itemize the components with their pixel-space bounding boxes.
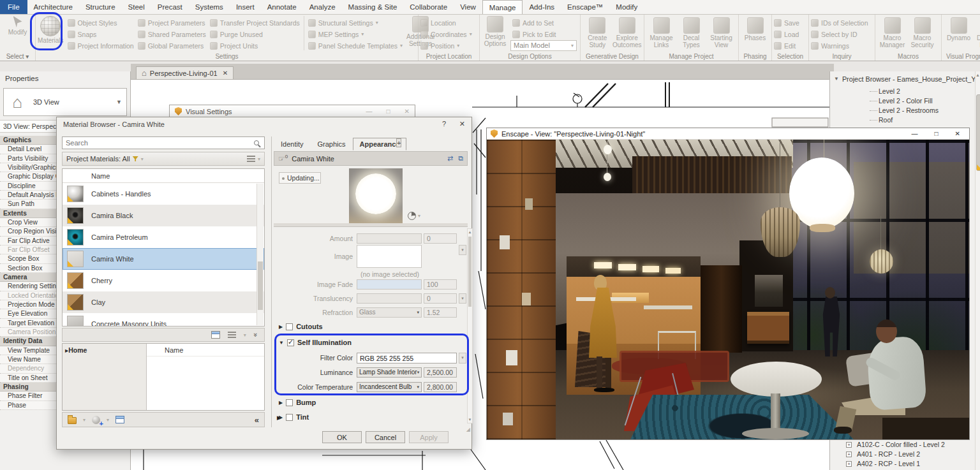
design-options-button[interactable]: Design Options: [482, 16, 509, 47]
chevron-down-icon[interactable]: ▾: [258, 156, 260, 162]
editor-scrollbar[interactable]: ▲ ▼: [467, 228, 473, 423]
ribbon-tab[interactable]: Manage: [482, 0, 523, 14]
ribbon-small-button[interactable]: Pick to Edit: [512, 29, 556, 39]
amount-value[interactable]: 0: [424, 233, 457, 244]
expand-arrow-icon[interactable]: ▶: [279, 324, 283, 330]
image-fade-slider[interactable]: [357, 279, 422, 290]
tree-item[interactable]: Roof: [830, 115, 980, 125]
active-design-option-dropdown[interactable]: Main Model▾: [510, 40, 577, 51]
tree-item[interactable]: Level 2: [830, 87, 980, 96]
refraction-select[interactable]: Glass▾: [357, 307, 422, 318]
tree-expander-icon[interactable]: +: [846, 461, 852, 467]
ribbon-tab[interactable]: Add-Ins: [523, 0, 561, 14]
image-fade-value[interactable]: 100: [424, 279, 457, 290]
toggle-library-panel-icon[interactable]: [115, 416, 124, 423]
close-icon[interactable]: ✕: [405, 108, 410, 115]
material-row[interactable]: Cherry: [63, 270, 264, 291]
expand-arrow-icon[interactable]: ▶: [279, 400, 283, 406]
tree-expander-icon[interactable]: +: [846, 452, 852, 457]
ribbon-tab[interactable]: Modify: [609, 0, 644, 14]
ribbon-tab[interactable]: Systems: [189, 0, 230, 14]
bump-checkbox[interactable]: [286, 399, 293, 406]
material-list-header[interactable]: Name: [63, 169, 264, 183]
scrollbar-thumb[interactable]: [976, 94, 980, 171]
ribbon-small-button[interactable]: Project Information: [68, 41, 134, 50]
minimize-icon[interactable]: —: [912, 130, 918, 137]
image-options-dropdown[interactable]: ▾: [459, 245, 466, 255]
ribbon-big-button[interactable]: Macro Manager: [877, 17, 907, 48]
material-row[interactable]: Cabinets - Handles: [63, 183, 264, 205]
ribbon-small-button[interactable]: Warnings: [811, 41, 873, 50]
ribbon-small-button[interactable]: Transfer Project Standards: [210, 18, 300, 27]
tint-checkbox[interactable]: [286, 414, 293, 421]
ribbon-big-button[interactable]: Create Study: [583, 17, 612, 48]
translucency-dropdown[interactable]: ▾: [459, 293, 466, 304]
enscape-title-bar[interactable]: Enscape - View: "Perspective-Living-01-N…: [487, 128, 969, 140]
chevron-down-icon[interactable]: ▾: [83, 417, 85, 423]
ribbon-small-button[interactable]: Global Parameters: [138, 41, 206, 50]
translucency-slider[interactable]: [357, 293, 422, 304]
minimize-icon[interactable]: —: [366, 108, 373, 115]
ribbon-big-button[interactable]: Phases: [741, 17, 769, 42]
tree-item[interactable]: Level 2 - Color Fill: [830, 96, 980, 106]
ribbon-small-button[interactable]: Purge Unused: [210, 29, 300, 39]
ribbon-big-button[interactable]: Decal Types: [676, 17, 706, 48]
ribbon-tab[interactable]: File: [0, 0, 27, 14]
list-view-icon[interactable]: [228, 332, 236, 338]
ribbon-tab[interactable]: Collaborate: [403, 0, 454, 14]
scrollbar-thumb[interactable]: [258, 261, 263, 309]
editor-tab[interactable]: Identity: [274, 138, 310, 151]
ribbon-tab[interactable]: Structure: [79, 0, 122, 14]
amount-slider[interactable]: [357, 233, 422, 244]
cancel-button[interactable]: Cancel: [366, 431, 405, 443]
ribbon-big-button[interactable]: Starting View: [706, 17, 736, 48]
ribbon-small-button[interactable]: Object Styles: [68, 18, 134, 27]
ribbon-small-button[interactable]: Select by ID: [811, 29, 873, 39]
ribbon-big-button[interactable]: Dynamo Player: [974, 17, 980, 48]
expand-arrow-icon[interactable]: ▶: [279, 415, 283, 420]
ribbon-tab[interactable]: Steel: [122, 0, 151, 14]
scroll-up-icon[interactable]: ▲: [976, 71, 980, 79]
ribbon-small-button[interactable]: MEP Settings▾: [308, 29, 403, 39]
material-row[interactable]: Camira Petroleum: [63, 226, 264, 248]
bump-section[interactable]: ▶ Bump: [279, 399, 316, 406]
list-view-icon[interactable]: [247, 156, 255, 162]
ribbon-small-button[interactable]: Panel Schedule Templates▾: [308, 41, 403, 50]
scrollbar-thumb[interactable]: [468, 237, 471, 307]
add-tab-button[interactable]: +: [394, 138, 401, 147]
close-icon[interactable]: ✕: [459, 120, 465, 128]
translucency-value[interactable]: 0: [424, 293, 457, 304]
type-selector[interactable]: ⌂ 3D View ▼: [3, 88, 127, 116]
scroll-up-icon[interactable]: ▲: [468, 229, 472, 235]
material-row[interactable]: Camira White: [63, 248, 264, 270]
ribbon-small-button[interactable]: IDs of Selection: [811, 18, 873, 27]
ribbon-big-button[interactable]: Macro Security: [907, 17, 937, 48]
ribbon-small-button[interactable]: Position▾: [420, 41, 477, 50]
ribbon-tab[interactable]: Insert: [230, 0, 261, 14]
tree-item[interactable]: +A401 - RCP - Level 2: [830, 450, 980, 459]
ribbon-big-button[interactable]: Manage Links: [646, 17, 676, 48]
ribbon-small-button[interactable]: Add to Set: [512, 18, 556, 27]
ribbon-small-button[interactable]: Snaps: [68, 29, 134, 39]
maximize-icon[interactable]: □: [935, 130, 939, 137]
ribbon-small-button[interactable]: Load: [774, 29, 806, 39]
material-row[interactable]: Concrete Masonry Units: [63, 313, 264, 327]
ribbon-tab[interactable]: Annotate: [261, 0, 303, 14]
scroll-down-icon[interactable]: ▼: [468, 416, 472, 423]
ribbon-small-button[interactable]: Project Parameters: [138, 18, 206, 27]
duplicate-asset-icon[interactable]: ⧉: [458, 154, 463, 163]
project-browser-scrollbar[interactable]: ▲: [975, 71, 980, 470]
double-chevron-icon[interactable]: »: [252, 333, 260, 337]
ribbon-small-button[interactable]: Location: [420, 18, 477, 27]
tree-item[interactable]: +A402 - RCP - Level 1: [830, 459, 980, 469]
create-material-icon[interactable]: [92, 416, 100, 424]
ribbon-small-button[interactable]: Structural Settings▾: [308, 18, 403, 27]
material-filter-bar[interactable]: Project Materials: All ▾ ▾: [62, 152, 265, 166]
help-icon[interactable]: ?: [442, 120, 446, 128]
select-dropdown[interactable]: Select ▾: [0, 53, 35, 60]
editor-tab[interactable]: Graphics: [310, 138, 352, 151]
material-list-scrollbar[interactable]: [256, 184, 264, 325]
ribbon-small-button[interactable]: Save: [774, 18, 806, 27]
resize-grip[interactable]: ◢: [466, 427, 470, 432]
view-tab-close-icon[interactable]: ✕: [223, 70, 228, 77]
